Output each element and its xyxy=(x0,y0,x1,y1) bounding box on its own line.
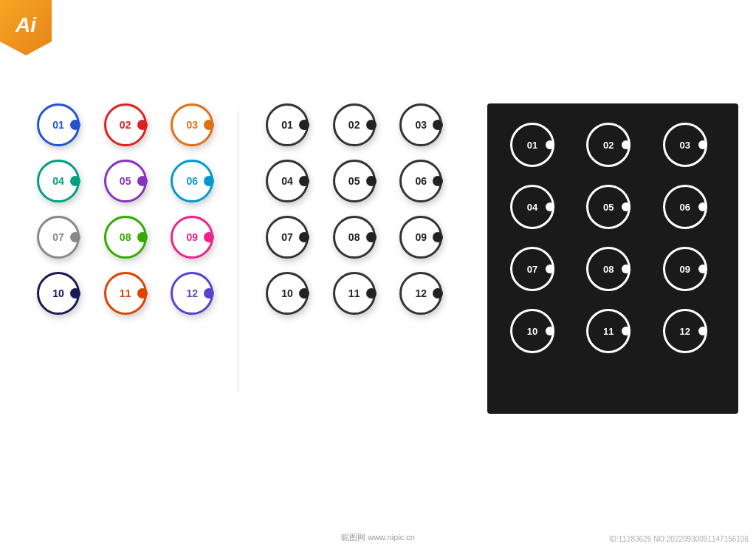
bullet-item-dark-12: 12 xyxy=(655,308,715,354)
bullet-item-dark-11: 11 xyxy=(578,308,639,354)
bullet-item-bw-10: 10 xyxy=(258,272,316,315)
circle-label: 02 xyxy=(120,119,131,131)
bullet-item-bw-03: 03 xyxy=(392,103,450,146)
bullet-dot xyxy=(366,120,377,130)
circle-label: 05 xyxy=(348,175,360,187)
bullet-item-dark-03: 03 xyxy=(655,122,715,168)
bullet-item-colored-12: 12 xyxy=(163,272,221,315)
circle-06: 06 xyxy=(171,160,213,202)
bullet-dot xyxy=(204,288,214,299)
circle-dark-02: 02 xyxy=(586,123,630,167)
circle-09: 09 xyxy=(171,216,213,259)
bullet-dot xyxy=(70,176,80,186)
bullet-item-dark-05: 05 xyxy=(578,184,639,230)
circle-dark-07: 07 xyxy=(510,247,554,291)
circle-bw-01: 01 xyxy=(266,103,309,146)
circle-label: 03 xyxy=(679,140,690,151)
circle-label: 02 xyxy=(603,140,614,151)
circle-label: 01 xyxy=(52,119,64,131)
circle-bw-03: 03 xyxy=(399,103,442,146)
bullet-dot xyxy=(137,232,148,242)
circle-dark-09: 09 xyxy=(663,247,707,291)
circle-label: 09 xyxy=(679,264,690,275)
bullet-dot-white xyxy=(698,202,707,211)
bullet-item-bw-02: 02 xyxy=(326,103,383,146)
circle-04: 04 xyxy=(37,160,80,202)
bullet-dot xyxy=(137,176,148,186)
bullet-item-dark-01: 01 xyxy=(502,122,563,168)
circle-label: 10 xyxy=(52,287,64,299)
bullet-dot-white xyxy=(622,140,630,149)
circle-dark-10: 10 xyxy=(510,309,554,353)
circle-label: 11 xyxy=(348,287,360,299)
bullet-item-dark-04: 04 xyxy=(502,184,563,230)
circle-dark-05: 05 xyxy=(586,185,630,229)
bullet-item-bw-04: 04 xyxy=(258,160,316,202)
canvas: Ai 01 02 03 04 05 06 xyxy=(0,0,756,549)
circle-label: 07 xyxy=(52,231,64,243)
circle-label: 06 xyxy=(187,175,199,187)
circle-label: 01 xyxy=(281,119,293,131)
bullet-dot xyxy=(299,288,309,299)
circle-dark-12: 12 xyxy=(663,309,707,353)
circle-02: 02 xyxy=(104,103,147,146)
bullet-dot-white xyxy=(622,327,630,335)
circle-label: 04 xyxy=(527,202,537,213)
circle-dark-04: 04 xyxy=(510,185,554,229)
bw-grid: 01 02 03 04 05 06 07 xyxy=(251,96,458,322)
bullet-item-colored-04: 04 xyxy=(30,160,87,202)
circle-bw-08: 08 xyxy=(333,216,376,259)
circle-bw-05: 05 xyxy=(333,160,376,202)
circle-bw-10: 10 xyxy=(266,272,309,315)
bullet-dot xyxy=(204,120,214,130)
circle-12: 12 xyxy=(171,272,213,315)
circle-label: 10 xyxy=(527,326,537,337)
circle-label: 07 xyxy=(527,264,537,275)
circle-bw-09: 09 xyxy=(399,216,442,259)
bullet-item-dark-08: 08 xyxy=(578,246,639,292)
bullet-item-bw-06: 06 xyxy=(392,160,450,202)
circle-bw-07: 07 xyxy=(266,216,309,259)
bullet-dot xyxy=(366,288,377,299)
bullet-dot-white xyxy=(622,265,630,273)
bullet-item-dark-09: 09 xyxy=(655,246,715,292)
circle-label: 07 xyxy=(281,231,293,243)
circle-dark-08: 08 xyxy=(586,247,630,291)
circle-label: 04 xyxy=(52,175,64,187)
circle-label: 12 xyxy=(187,287,199,299)
bullet-dot xyxy=(433,176,443,186)
bullet-dot xyxy=(299,176,309,186)
bullet-item-dark-07: 07 xyxy=(502,246,563,292)
watermark-left: 昵图网 www.nipic.cn xyxy=(341,532,415,543)
bullet-item-colored-06: 06 xyxy=(163,160,221,202)
circle-07: 07 xyxy=(37,216,80,259)
circle-label: 08 xyxy=(348,231,360,243)
bullet-dot-white xyxy=(546,202,554,211)
circle-11: 11 xyxy=(104,272,147,315)
bullet-dot xyxy=(433,120,443,130)
bullet-dot xyxy=(366,176,377,186)
bullet-dot xyxy=(433,232,443,242)
ai-badge-text: Ai xyxy=(16,13,36,37)
bullet-dot xyxy=(70,288,80,299)
circle-08: 08 xyxy=(104,216,147,259)
bullet-dot-white xyxy=(698,265,707,273)
circle-03: 03 xyxy=(171,103,213,146)
circle-label: 05 xyxy=(120,175,131,187)
bullet-item-bw-08: 08 xyxy=(326,216,383,259)
circle-label: 03 xyxy=(187,119,199,131)
bullet-dot-white xyxy=(546,140,554,149)
circle-label: 08 xyxy=(603,264,614,275)
circle-dark-06: 06 xyxy=(663,185,707,229)
bullet-item-bw-12: 12 xyxy=(392,272,450,315)
bullet-dot xyxy=(299,232,309,242)
circle-label: 12 xyxy=(416,287,427,299)
bullet-dot-white xyxy=(546,327,554,335)
bullet-item-colored-01: 01 xyxy=(30,103,87,146)
bullet-item-colored-11: 11 xyxy=(97,272,154,315)
circle-label: 04 xyxy=(281,175,293,187)
bullet-dot-white xyxy=(546,265,554,273)
circle-bw-02: 02 xyxy=(333,103,376,146)
bullet-item-colored-10: 10 xyxy=(30,272,87,315)
bullet-item-bw-09: 09 xyxy=(392,216,450,259)
